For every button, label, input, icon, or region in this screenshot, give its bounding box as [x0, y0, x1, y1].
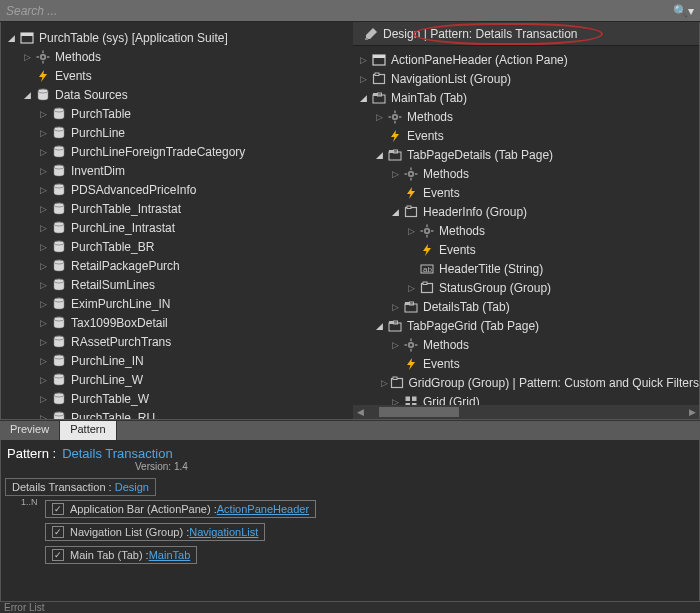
pattern-design-link[interactable]: Design: [115, 481, 149, 493]
ds-retailsumlines[interactable]: ▷RetailSumLines: [5, 275, 353, 294]
arrow-right-icon[interactable]: ▷: [37, 166, 49, 176]
pattern-row-link[interactable]: NavigationList: [189, 526, 258, 538]
arrow-right-icon[interactable]: ▷: [21, 52, 33, 62]
pattern-panel: Pattern : Details Transaction Version: 1…: [0, 440, 700, 602]
node-actionpane[interactable]: ▷ActionPaneHeader (Action Pane): [357, 50, 699, 69]
arrow-right-icon[interactable]: ▷: [389, 169, 401, 179]
arrow-right-icon[interactable]: ▷: [37, 185, 49, 195]
pattern-row-link[interactable]: ActionPaneHeader: [217, 503, 309, 515]
horizontal-scrollbar[interactable]: ◀ ▶: [353, 405, 699, 419]
ds-purchline_intrastat[interactable]: ▷PurchLine_Intrastat: [5, 218, 353, 237]
arrow-right-icon[interactable]: ▷: [37, 299, 49, 309]
arrow-right-icon[interactable]: ▷: [389, 302, 401, 312]
pattern-row-link[interactable]: MainTab: [149, 549, 191, 561]
node-tabpagedetails[interactable]: ◢TabPageDetails (Tab Page): [357, 145, 699, 164]
scroll-thumb[interactable]: [379, 407, 459, 417]
node-gridgroup[interactable]: ▷GridGroup (Group) | Pattern: Custom and…: [357, 373, 699, 392]
ds-purchtable[interactable]: ▷PurchTable: [5, 104, 353, 123]
node-hi-events[interactable]: Events: [357, 240, 699, 259]
scroll-right-icon[interactable]: ▶: [685, 407, 699, 417]
arrow-right-icon[interactable]: ▷: [37, 318, 49, 328]
ds-inventdim[interactable]: ▷InventDim: [5, 161, 353, 180]
node-tpd-events[interactable]: Events: [357, 183, 699, 202]
cylinder-icon: [51, 296, 67, 312]
arrow-right-icon[interactable]: ▷: [37, 204, 49, 214]
arrow-down-icon[interactable]: ◢: [373, 150, 385, 160]
arrow-right-icon[interactable]: ▷: [37, 356, 49, 366]
tab-pattern[interactable]: Pattern: [60, 421, 116, 440]
arrow-down-icon[interactable]: ◢: [357, 93, 369, 103]
arrow-right-icon[interactable]: ▷: [37, 394, 49, 404]
ds-purchlineforeigntradecategory[interactable]: ▷PurchLineForeignTradeCategory: [5, 142, 353, 161]
node-datasources[interactable]: ◢Data Sources: [5, 85, 353, 104]
pattern-label: Pattern :: [7, 446, 56, 461]
arrow-right-icon[interactable]: ▷: [37, 261, 49, 271]
arrow-right-icon[interactable]: ▷: [405, 226, 417, 236]
arrow-right-icon[interactable]: ▷: [389, 340, 401, 350]
pattern-row-0[interactable]: ✓Application Bar (ActionPane) : ActionPa…: [45, 500, 316, 518]
arrow-right-icon[interactable]: ▷: [37, 147, 49, 157]
ds-rassetpurchtrans[interactable]: ▷RAssetPurchTrans: [5, 332, 353, 351]
arrow-right-icon[interactable]: ▷: [37, 242, 49, 252]
node-tpg-events[interactable]: Events: [357, 354, 699, 373]
arrow-right-icon[interactable]: ▷: [37, 223, 49, 233]
node-methods[interactable]: ▷Methods: [5, 47, 353, 66]
arrow-down-icon[interactable]: ◢: [21, 90, 33, 100]
node-hi-methods[interactable]: ▷Methods: [357, 221, 699, 240]
node-tpg-methods[interactable]: ▷Methods: [357, 335, 699, 354]
arrow-down-icon[interactable]: ◢: [389, 207, 401, 217]
arrow-down-icon[interactable]: ◢: [373, 321, 385, 331]
ds-purchline[interactable]: ▷PurchLine: [5, 123, 353, 142]
arrow-right-icon[interactable]: ▷: [405, 283, 417, 293]
ds-purchtable_w[interactable]: ▷PurchTable_W: [5, 389, 353, 408]
root-purchtable[interactable]: ◢PurchTable (sys) [Application Suite]: [5, 28, 353, 47]
ds-tax1099boxdetail[interactable]: ▷Tax1099BoxDetail: [5, 313, 353, 332]
node-mt-events[interactable]: Events: [357, 126, 699, 145]
arrow-right-icon[interactable]: ▷: [357, 55, 369, 65]
arrow-right-icon[interactable]: ▷: [389, 397, 401, 406]
error-list-tab[interactable]: Error List: [0, 602, 700, 613]
pattern-row-label: Application Bar (ActionPane) :: [70, 503, 217, 515]
node-tpd-methods[interactable]: ▷Methods: [357, 164, 699, 183]
gear-icon: [403, 166, 419, 182]
node-maintab-label: MainTab (Tab): [391, 91, 467, 105]
ds-purchtable_ru[interactable]: ▷PurchTable_RU: [5, 408, 353, 419]
arrow-right-icon[interactable]: ▷: [373, 112, 385, 122]
scroll-left-icon[interactable]: ◀: [353, 407, 367, 417]
node-headerinfo[interactable]: ◢HeaderInfo (Group): [357, 202, 699, 221]
arrow-right-icon[interactable]: ▷: [37, 280, 49, 290]
ds-pdsadvancedpriceinfo[interactable]: ▷PDSAdvancedPriceInfo: [5, 180, 353, 199]
pattern-value[interactable]: Details Transaction: [62, 446, 173, 461]
arrow-right-icon[interactable]: ▷: [37, 375, 49, 385]
ds-eximpurchline_in[interactable]: ▷EximPurchLine_IN: [5, 294, 353, 313]
arrow-down-icon[interactable]: ◢: [5, 33, 17, 43]
node-navlist[interactable]: ▷NavigationList (Group): [357, 69, 699, 88]
ds-purchline_w[interactable]: ▷PurchLine_W: [5, 370, 353, 389]
arrow-right-icon[interactable]: ▷: [37, 337, 49, 347]
pattern-design-row[interactable]: Details Transaction : Design: [5, 478, 156, 496]
node-maintab[interactable]: ◢MainTab (Tab): [357, 88, 699, 107]
node-statusgroup[interactable]: ▷StatusGroup (Group): [357, 278, 699, 297]
ds-purchtable_intrastat[interactable]: ▷PurchTable_Intrastat: [5, 199, 353, 218]
ds-purchtable_br[interactable]: ▷PurchTable_BR: [5, 237, 353, 256]
arrow-right-icon[interactable]: ▷: [37, 413, 49, 420]
search-icon[interactable]: 🔍▾: [673, 4, 694, 18]
node-mt-methods[interactable]: ▷Methods: [357, 107, 699, 126]
pattern-row-1[interactable]: ✓Navigation List (Group) : NavigationLis…: [45, 523, 265, 541]
search-bar[interactable]: Search ... 🔍▾: [0, 0, 700, 22]
node-events[interactable]: Events: [5, 66, 353, 85]
tab-preview[interactable]: Preview: [0, 421, 60, 440]
design-header[interactable]: Design | Pattern: Details Transaction: [353, 22, 699, 46]
arrow-right-icon[interactable]: ▷: [357, 74, 369, 84]
cylinder-icon: [51, 201, 67, 217]
ds-retailpackagepurch[interactable]: ▷RetailPackagePurch: [5, 256, 353, 275]
arrow-right-icon[interactable]: ▷: [37, 109, 49, 119]
arrow-right-icon[interactable]: ▷: [380, 378, 389, 388]
node-grid[interactable]: ▷Grid (Grid): [357, 392, 699, 405]
node-headertitle[interactable]: HeaderTitle (String): [357, 259, 699, 278]
pattern-row-2[interactable]: ✓Main Tab (Tab) : MainTab: [45, 546, 197, 564]
node-tabpagegrid[interactable]: ◢TabPageGrid (Tab Page): [357, 316, 699, 335]
ds-purchline_in[interactable]: ▷PurchLine_IN: [5, 351, 353, 370]
arrow-right-icon[interactable]: ▷: [37, 128, 49, 138]
node-detailstab[interactable]: ▷DetailsTab (Tab): [357, 297, 699, 316]
